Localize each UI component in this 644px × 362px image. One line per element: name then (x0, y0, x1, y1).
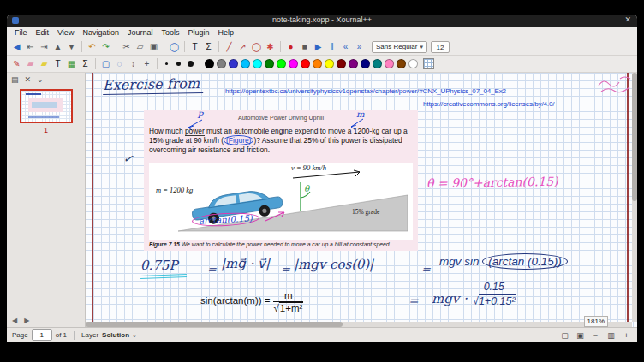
sidebar-close-icon[interactable]: ✕ (25, 75, 32, 84)
next-page-icon[interactable]: ▶ (24, 317, 29, 324)
color-swatch[interactable] (301, 59, 310, 68)
pen-tool-icon[interactable]: ✎ (10, 57, 23, 70)
hand-tool-icon[interactable]: + (140, 57, 153, 70)
font-selector[interactable]: Sans Regular ▾ (372, 41, 427, 53)
color-swatch[interactable] (241, 59, 250, 68)
page-first-icon[interactable]: ⇤ (24, 40, 37, 53)
page-thumbnail[interactable] (20, 89, 73, 123)
laser-pointer-icon[interactable]: ✱ (264, 40, 277, 53)
audio-back-icon[interactable]: « (339, 40, 352, 53)
page-down-icon[interactable]: ▼ (65, 40, 78, 53)
vertical-scrollbar-thumb[interactable] (632, 73, 637, 201)
back-icon[interactable]: ◀ (10, 40, 23, 53)
menu-edit[interactable]: Edit (32, 28, 54, 37)
page-up-icon[interactable]: ▲ (51, 40, 64, 53)
color-swatch[interactable] (397, 59, 406, 68)
font-size-spinner[interactable]: 12 (431, 41, 450, 53)
color-swatch[interactable] (313, 59, 322, 68)
undo-icon[interactable]: ↶ (86, 40, 98, 53)
thickness-medium[interactable] (173, 58, 184, 69)
menu-journal[interactable]: Journal (123, 28, 158, 37)
document-canvas[interactable]: Exercise from https://opentextbc.ca/univ… (86, 73, 637, 327)
eraser-tool-icon[interactable]: ▰ (24, 57, 37, 70)
layer-selector[interactable]: Solution ⌄ (102, 331, 137, 339)
sidebar-spacer (7, 134, 85, 314)
page-preview-icon[interactable]: ▤ (11, 75, 19, 84)
statusbar-separator (74, 331, 75, 340)
figure-caption: Figure 7.15 We want to calculate the pow… (149, 241, 413, 247)
image-insert-icon[interactable]: ▦ (65, 57, 78, 70)
page-number-input[interactable]: 1 (32, 329, 52, 341)
title-bar[interactable]: note-taking.xopp - Xournal++ ✕ (7, 15, 637, 27)
menu-tools[interactable]: Tools (157, 28, 183, 37)
color-swatch[interactable] (385, 59, 394, 68)
redo-icon[interactable]: ↷ (99, 40, 112, 53)
toolbar-separator (95, 58, 96, 69)
paste-icon[interactable]: ▣ (147, 40, 160, 53)
thumbnail-page-number: 1 (44, 126, 48, 134)
audio-stop-icon[interactable]: ■ (298, 40, 311, 53)
zoom-fit-icon[interactable]: ▢ (559, 329, 570, 341)
color-swatch[interactable] (289, 59, 298, 68)
zoom-level-badge: 181% (584, 316, 608, 327)
zoom-in-button[interactable]: + (621, 329, 632, 341)
audio-record-icon[interactable]: ● (284, 40, 297, 53)
page-layout-icon[interactable]: ▥ (605, 329, 617, 341)
color-swatch[interactable] (361, 59, 370, 68)
color-swatch[interactable] (277, 59, 286, 68)
math-tex-icon[interactable]: Σ (202, 40, 215, 53)
prev-page-icon[interactable]: ◀ (12, 317, 17, 324)
shape-ellipse-icon[interactable]: ◯ (250, 40, 263, 53)
license-link[interactable]: https://creativecommons.org/licenses/by/… (423, 100, 554, 108)
color-swatch[interactable] (265, 59, 274, 68)
horizontal-scrollbar[interactable] (86, 322, 632, 327)
paper-pattern-icon[interactable] (423, 58, 434, 69)
radicand: 1+0.15² (479, 294, 516, 307)
color-swatch[interactable] (349, 59, 358, 68)
menu-help[interactable]: Help (214, 28, 239, 37)
zoom-out-button[interactable]: − (590, 329, 601, 341)
sidebar-collapse-icon[interactable]: ⌄ (37, 75, 44, 84)
horizontal-scrollbar-thumb[interactable] (86, 322, 343, 327)
chevron-down-icon: ▾ (420, 44, 423, 50)
tex-insert-icon[interactable]: Σ (79, 57, 92, 70)
search-icon[interactable]: ◯ (168, 40, 181, 53)
color-swatch[interactable] (337, 59, 346, 68)
copy-icon[interactable]: ▱ (134, 40, 146, 53)
highlighter-tool-icon[interactable]: ▰ (38, 57, 51, 70)
cut-icon[interactable]: ✂ (120, 40, 133, 53)
select-lasso-icon[interactable]: ◌ (113, 57, 126, 70)
color-swatch[interactable] (205, 59, 214, 68)
shape-arrow-icon[interactable]: ↗ (236, 40, 249, 53)
audio-pause-icon[interactable]: ‖ (325, 40, 338, 53)
vertical-space-icon[interactable]: ↕ (127, 57, 140, 70)
color-swatch[interactable] (229, 59, 238, 68)
figure-link[interactable]: (Figure) (224, 135, 253, 145)
vertical-scrollbar[interactable] (632, 73, 637, 322)
thickness-thick[interactable] (185, 58, 196, 69)
color-swatch[interactable] (408, 59, 418, 68)
color-swatch[interactable] (373, 59, 382, 68)
thickness-fine[interactable] (161, 58, 172, 69)
menu-plugin[interactable]: Plugin (183, 28, 213, 37)
source-link[interactable]: https://opentextbc.ca/universityphysicsv… (225, 87, 506, 95)
thumbnail-list: 1 (7, 86, 85, 134)
page-last-icon[interactable]: ⇥ (38, 40, 51, 53)
close-button[interactable]: ✕ (624, 15, 631, 24)
toolbar-row1-icons: ◀⇤⇥▲▼↶↷✂▱▣◯TΣ╱↗◯✱●■▶‖«» (10, 40, 366, 53)
audio-forward-icon[interactable]: » (353, 40, 366, 53)
color-swatch[interactable] (325, 59, 334, 68)
color-swatch[interactable] (217, 59, 226, 68)
select-rect-icon[interactable]: ▢ (99, 57, 112, 70)
menu-view[interactable]: View (53, 28, 78, 37)
zoom-original-icon[interactable]: ▣ (575, 329, 586, 341)
radicand: 1+m² (279, 302, 304, 313)
audio-play-icon[interactable]: ▶ (312, 40, 325, 53)
menu-navigation[interactable]: Navigation (78, 28, 123, 37)
menu-file[interactable]: File (10, 28, 32, 37)
shape-line-icon[interactable]: ╱ (223, 40, 236, 53)
text-tool-icon[interactable]: T (188, 40, 201, 53)
text-insert-icon[interactable]: T (51, 57, 64, 70)
color-swatch[interactable] (253, 59, 262, 68)
problem-text-segment: grade at (164, 136, 194, 145)
